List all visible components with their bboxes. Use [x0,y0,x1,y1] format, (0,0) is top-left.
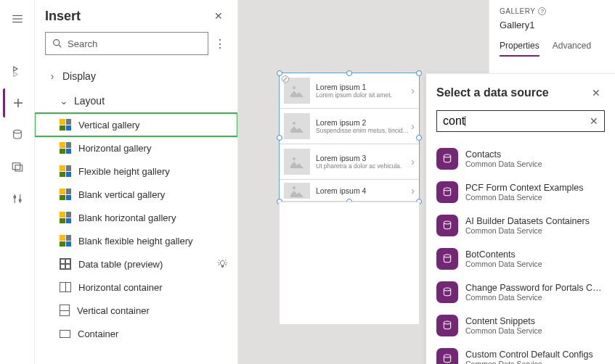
ds-name: AI Builder Datasets Containers [465,216,590,226]
item-label: Blank vertical gallery [78,189,237,200]
edit-pencil-icon[interactable] [282,75,289,83]
svg-rect-7 [15,165,23,171]
group-display[interactable]: ›Display [35,64,237,88]
data-source-item[interactable]: Change Password for Portals ContactCommo… [436,276,605,309]
ds-name: Content Snippets [465,316,542,326]
insert-icon[interactable] [3,88,32,117]
close-icon[interactable]: ✕ [587,84,605,102]
settings-tools-icon[interactable] [3,184,32,213]
group-display-label: Display [62,70,96,82]
dataverse-icon [436,348,458,364]
item-label: Container [78,328,237,339]
more-icon[interactable]: ⋮ [213,37,227,51]
ds-name: PCF Form Context Examples [465,183,584,193]
item-flexible-height-gallery[interactable]: Flexible height gallery [35,160,237,183]
chevron-right-icon[interactable]: › [411,120,416,132]
resize-handle[interactable] [416,70,422,76]
ds-name: BotContents [465,249,542,260]
item-data-table[interactable]: Data table (preview)💡︎ [35,252,237,276]
dataverse-icon [436,181,458,203]
item-blank-flexible-gallery[interactable]: Blank flexible height gallery [35,229,237,252]
data-source-panel: Select a data source ✕ cont ✕ ContactsCo… [426,73,615,364]
ds-name: Change Password for Portals Contact [465,283,605,293]
insert-panel: Insert ✕ ⋮ ›Display ⌄Layout Vertical gal… [35,0,238,364]
lightbulb-icon: 💡︎ [218,259,227,270]
chevron-right-icon[interactable]: › [411,156,416,167]
chevron-right-icon[interactable]: › [411,85,416,96]
dataverse-icon [436,148,458,170]
chevron-right-icon: › [48,70,57,82]
ds-sub: Common Data Service [465,293,605,302]
svg-line-13 [59,45,61,47]
item-label: Vertical gallery [78,120,237,131]
insert-title: Insert [45,9,210,24]
properties-header: GALLERY? Gallery1 Properties Advanced [489,0,615,73]
svg-point-17 [293,186,296,189]
item-horizontal-gallery[interactable]: Horizontal gallery [35,136,237,160]
clear-icon[interactable]: ✕ [590,115,598,127]
search-input-wrapper[interactable] [45,32,208,55]
gallery-row[interactable]: Lorem ipsum 3Ut pharetra a dolor ac vehi… [280,144,419,180]
row-title: Lorem ipsum 1 [316,83,411,91]
item-label: Blank horizontal gallery [78,212,237,223]
dataverse-icon [436,281,458,303]
left-rail [0,0,35,364]
dataverse-icon [436,315,458,336]
image-placeholder-icon [284,149,310,175]
hamburger-icon[interactable] [3,4,32,33]
item-vertical-container[interactable]: Vertical container [35,299,237,322]
item-blank-horizontal-gallery[interactable]: Blank horizontal gallery [35,206,237,229]
item-label: Data table (preview) [78,259,211,270]
item-horizontal-container[interactable]: Horizontal container [35,276,237,299]
gallery-control[interactable]: Lorem ipsum 1Lorem ipsum dolor sit amet.… [279,73,420,202]
item-label: Horizontal container [78,282,237,293]
data-source-item[interactable]: AI Builder Datasets ContainersCommon Dat… [436,209,605,242]
tab-properties[interactable]: Properties [500,41,539,57]
resize-handle[interactable] [277,70,282,76]
ds-sub: Common Data Service [465,360,593,364]
chevron-down-icon: ⌄ [60,95,68,107]
data-source-item[interactable]: ContactsCommon Data Service [436,142,605,175]
data-source-search[interactable]: cont ✕ [436,110,605,132]
item-blank-vertical-gallery[interactable]: Blank vertical gallery [35,183,237,206]
resize-handle[interactable] [346,70,352,76]
gallery-row[interactable]: Lorem ipsum 1Lorem ipsum dolor sit amet.… [280,73,419,109]
data-source-item[interactable]: BotContentsCommon Data Service [436,242,605,276]
data-source-item[interactable]: PCF Form Context ExamplesCommon Data Ser… [436,175,605,209]
row-subtitle: Lorem ipsum dolor sit amet. [316,91,411,99]
item-label: Vertical container [77,305,237,316]
control-type-label: GALLERY [500,7,535,15]
tab-advanced[interactable]: Advanced [553,41,591,57]
chevron-right-icon[interactable]: › [411,185,416,197]
data-icon[interactable] [3,120,32,149]
resize-handle[interactable] [416,135,422,141]
dataverse-icon [436,248,458,270]
control-name: Gallery1 [500,20,605,30]
media-icon[interactable] [3,152,32,181]
tree-view-icon[interactable] [3,57,32,86]
row-title: Lorem ipsum 4 [316,186,411,195]
insert-search-input[interactable] [68,38,202,49]
canvas[interactable]: Lorem ipsum 1Lorem ipsum dolor sit amet.… [238,0,615,364]
ds-sub: Common Data Service [465,326,542,335]
data-source-list: ContactsCommon Data Service PCF Form Con… [436,142,605,364]
search-icon [52,38,63,49]
resize-handle[interactable] [277,135,282,141]
group-layout[interactable]: ⌄Layout [35,88,237,113]
svg-point-16 [293,157,296,160]
data-source-item[interactable]: Content SnippetsCommon Data Service [436,309,605,342]
row-title: Lorem ipsum 2 [316,118,411,127]
image-placeholder-icon [284,113,310,139]
row-subtitle: Ut pharetra a dolor ac vehicula. [316,162,411,170]
svg-point-23 [444,321,450,324]
item-container[interactable]: Container [35,322,237,345]
svg-point-21 [444,255,450,257]
help-icon[interactable]: ? [538,7,546,15]
close-icon[interactable]: ✕ [210,7,227,25]
data-source-title: Select a data source [436,86,587,99]
data-source-item[interactable]: Custom Control Default ConfigsCommon Dat… [436,342,605,364]
image-placeholder-icon [284,183,310,199]
item-vertical-gallery[interactable]: Vertical gallery [35,113,237,136]
gallery-row[interactable]: Lorem ipsum 2Suspendisse enim metus, tin… [280,109,419,144]
svg-point-5 [13,130,21,133]
